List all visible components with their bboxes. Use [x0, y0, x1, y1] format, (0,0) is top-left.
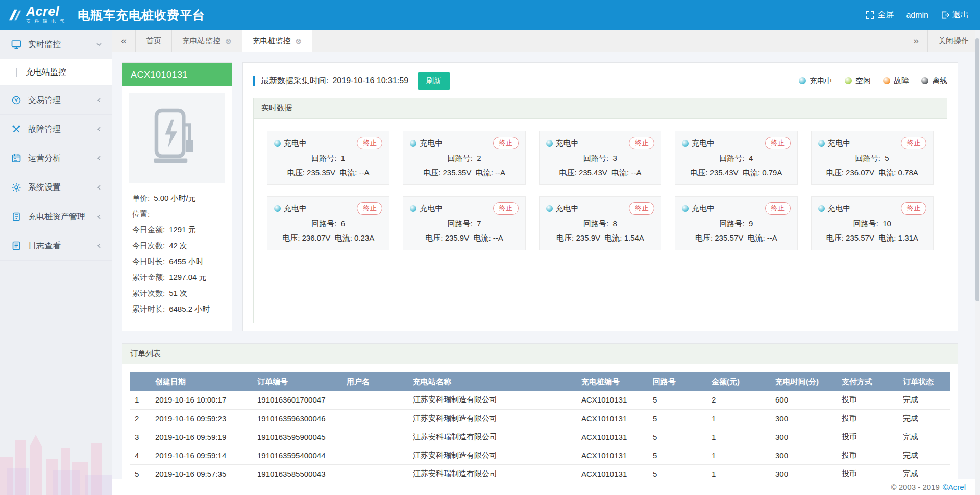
order-cell: 5: [648, 391, 706, 409]
sidebar-item[interactable]: 日志查看: [0, 231, 112, 261]
circuit-status: 充电中: [274, 138, 307, 148]
circuit-number: 回路号: 6: [274, 219, 382, 229]
order-cell: 2: [130, 409, 150, 428]
monitor-icon: [11, 39, 21, 50]
circuit-status: 充电中: [818, 204, 851, 214]
charging-status-dot-icon: [682, 140, 689, 147]
acrel-logo-mark-icon: [7, 8, 22, 23]
circuit-readings: 电压: 235.43V 电流: 0.79A: [682, 168, 790, 178]
charging-status-dot-icon: [410, 140, 416, 147]
orders-column-header: 订单状态: [898, 372, 950, 391]
sidebar-subitem[interactable]: 充电站监控: [0, 59, 112, 86]
collect-time-value: 2019-10-16 10:31:59: [332, 76, 408, 85]
copyright-text: © 2003 - 2019: [891, 483, 939, 491]
order-cell: 5: [648, 409, 706, 428]
legend-label: 故障: [894, 76, 909, 86]
stop-button[interactable]: 终止: [629, 137, 654, 149]
stop-button[interactable]: 终止: [357, 202, 382, 215]
stop-button[interactable]: 终止: [357, 137, 382, 149]
legend-item: 故障: [883, 76, 909, 86]
scrollbar-thumb[interactable]: [975, 38, 979, 301]
order-cell: 300: [770, 428, 837, 446]
sidebar-item[interactable]: 故障管理: [0, 115, 112, 144]
orders-column-header: 支付方式: [837, 372, 898, 391]
order-cell: 300: [770, 446, 837, 464]
order-cell: 完成: [898, 409, 950, 428]
close-operations-button[interactable]: 关闭操作: [927, 30, 980, 52]
legend-label: 空闲: [855, 76, 871, 86]
circuit-number: 回路号: 4: [682, 154, 790, 163]
stop-button[interactable]: 终止: [493, 137, 519, 149]
sidebar-item-label: 实时监控: [28, 39, 95, 50]
sidebar-item[interactable]: 交易管理: [0, 86, 112, 115]
order-cell: [341, 428, 408, 446]
charging-status-dot-icon: [682, 205, 689, 212]
asset-icon: [11, 211, 21, 222]
sidebar-subitem-label: 充电站监控: [26, 67, 66, 78]
stop-button[interactable]: 终止: [765, 202, 791, 215]
monitor-panel: 最新数据采集时间: 2019-10-16 10:31:59 刷新 充电中空闲故障…: [242, 62, 958, 331]
tabs-scroll-right-button[interactable]: »: [904, 30, 927, 52]
sidebar-item[interactable]: 充电桩资产管理: [0, 202, 112, 231]
tab-close-icon[interactable]: ⊗: [225, 37, 232, 45]
circuit-status: 充电中: [410, 138, 443, 148]
circuit-status: 充电中: [682, 138, 715, 148]
stop-button[interactable]: 终止: [493, 202, 519, 215]
order-cell: 1: [706, 409, 770, 428]
orders-panel: 订单列表 创建日期订单编号用户名充电站名称充电桩编号回路号金额(元)充电时间(分…: [122, 343, 958, 484]
circuit-number: 回路号: 2: [410, 154, 518, 163]
logo-text: Acrel: [26, 5, 66, 18]
order-cell: 2019-10-16 10:00:17: [150, 391, 252, 409]
order-row[interactable]: 32019-10-16 09:59:191910163595900045江苏安科…: [130, 428, 950, 446]
order-cell: ACX1010131: [576, 428, 648, 446]
sidebar-item[interactable]: 系统设置: [0, 173, 112, 202]
app-root: Acrel 安 科 瑞 电 气 电瓶车充电桩收费平台 全屏 admin 退出: [0, 0, 980, 495]
order-row[interactable]: 22019-10-16 09:59:231910163596300046江苏安科…: [130, 409, 950, 428]
user-menu[interactable]: admin: [906, 11, 928, 20]
stop-button[interactable]: 终止: [629, 202, 654, 215]
tab-item[interactable]: 首页: [136, 30, 172, 52]
collect-time-label: 最新数据采集时间:: [261, 76, 328, 86]
order-cell: ACX1010131: [576, 446, 648, 464]
orders-column-header: 回路号: [648, 372, 706, 391]
stop-button[interactable]: 终止: [901, 137, 926, 149]
stop-button[interactable]: 终止: [901, 202, 926, 215]
order-cell: 3: [130, 428, 150, 446]
stop-button[interactable]: 终止: [765, 137, 791, 149]
footer: © 2003 - 2019 ©Acrel: [112, 479, 980, 495]
circuit-number: 回路号: 7: [410, 219, 518, 229]
vertical-scrollbar[interactable]: [975, 30, 980, 495]
logout-button[interactable]: 退出: [941, 10, 969, 20]
order-cell: 完成: [898, 446, 950, 464]
accent-bar: [253, 76, 255, 86]
sidebar-item-label: 交易管理: [28, 95, 95, 106]
order-cell: 江苏安科瑞制造有限公司: [408, 428, 576, 446]
fullscreen-button[interactable]: 全屏: [866, 10, 894, 20]
device-stat-line: 单价:5.00 小时/元: [129, 190, 225, 206]
orders-column-header: 充电站名称: [408, 372, 576, 391]
charging-pile-icon: [153, 108, 202, 169]
tab-item[interactable]: 充电桩监控⊗: [242, 30, 313, 52]
order-cell: [341, 446, 408, 464]
charging-status-dot-icon: [546, 140, 553, 147]
sidebar-item[interactable]: 实时监控: [0, 30, 112, 59]
acrel-link[interactable]: ©Acrel: [943, 483, 966, 491]
tabs-scroll-left-button[interactable]: «: [112, 30, 136, 52]
legend-label: 充电中: [810, 76, 832, 86]
orders-column-header: 充电桩编号: [576, 372, 648, 391]
circuit-readings: 电压: 235.35V 电流: --A: [274, 168, 382, 178]
circuit-status: 充电中: [682, 204, 715, 214]
circuit-number: 回路号: 1: [274, 154, 382, 163]
order-cell: [341, 409, 408, 428]
refresh-button[interactable]: 刷新: [418, 72, 450, 90]
logout-icon: [941, 11, 949, 19]
device-stat-line: 今日次数:42 次: [129, 238, 225, 253]
tab-close-icon[interactable]: ⊗: [296, 37, 302, 45]
order-row[interactable]: 42019-10-16 09:59:141910163595400044江苏安科…: [130, 446, 950, 464]
tab-item[interactable]: 充电站监控⊗: [172, 30, 242, 52]
order-cell: ACX1010131: [576, 391, 648, 409]
sidebar-item[interactable]: 运营分析: [0, 144, 112, 173]
tab-label: 首页: [146, 36, 161, 46]
status-dot-icon: [921, 77, 928, 84]
order-row[interactable]: 12019-10-16 10:00:171910163601700047江苏安科…: [130, 391, 950, 409]
